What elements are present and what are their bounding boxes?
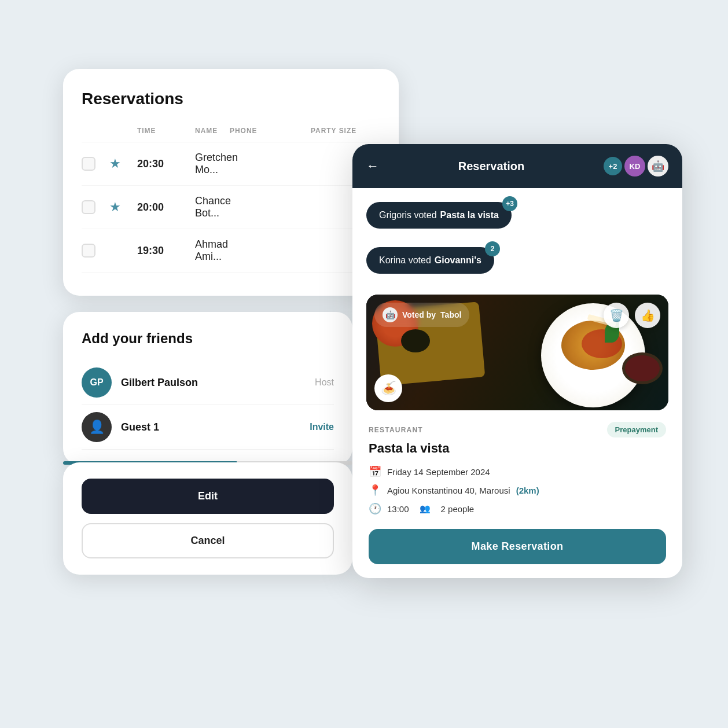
reservation-body: Grigoris voted Pasta la vista +3 Korina …	[352, 188, 682, 578]
row-name: Gretchen Mo...	[195, 152, 238, 176]
voted-by-label: Voted by	[402, 310, 436, 319]
info-rows: 📅 Friday 14 September 2024 📍 Agiou Konst…	[369, 465, 666, 515]
col-name: NAME	[195, 127, 230, 135]
prepayment-badge: Prepayment	[607, 422, 666, 437]
vote-count-badge-1: +3	[502, 196, 517, 211]
star-icon: ★	[109, 156, 137, 171]
trash-button[interactable]: 🗑️	[604, 303, 629, 328]
row-name: Chance Bot...	[195, 195, 231, 219]
bot-icon: 🤖	[383, 307, 398, 322]
restaurant-info: RESTAURANT Prepayment Pasta la vista 📅 F…	[366, 422, 668, 564]
vote-bubble-1: Grigoris voted Pasta la vista +3	[366, 202, 512, 229]
col-party: PARTY SIZE	[311, 127, 380, 135]
friend-role-host: Host	[315, 377, 334, 388]
avatar-kd: KD	[624, 156, 645, 177]
row-checkbox[interactable]	[82, 244, 95, 258]
location-icon: 📍	[369, 484, 381, 497]
friend-name: Gilbert Paulson	[121, 377, 306, 389]
vote-count-badge-2: 2	[485, 241, 500, 256]
restaurant-category: RESTAURANT	[369, 426, 423, 434]
cancel-button[interactable]: Cancel	[82, 523, 334, 558]
vote-bubble-2: Korina voted Giovanni's 2	[366, 247, 494, 274]
address-row: 📍 Agiou Konstantinou 40, Marousi (2km)	[369, 484, 666, 497]
star-icon: ★	[109, 200, 137, 215]
reservation-detail-card: ← Reservation +2 KD 🤖 Grigoris voted Pas…	[352, 144, 682, 578]
row-checkbox[interactable]	[82, 200, 95, 214]
row-checkbox[interactable]	[82, 157, 95, 171]
restaurant-image-card: 🤖 Voted by Tabol 🗑️ 👍 🍝	[366, 295, 668, 410]
calendar-icon: 📅	[369, 465, 381, 478]
col-phone: PHONE	[230, 127, 311, 135]
reservation-header-title: Reservation	[388, 160, 594, 173]
restaurant-label-row: RESTAURANT Prepayment	[369, 422, 666, 437]
reservations-card: Reservations TIME NAME PHONE PARTY SIZE …	[63, 69, 399, 296]
date-row: 📅 Friday 14 September 2024	[369, 465, 666, 478]
header-avatars: +2 KD 🤖	[604, 156, 668, 177]
reservation-header: ← Reservation +2 KD 🤖	[352, 144, 682, 188]
date-value: Friday 14 September 2024	[387, 467, 490, 477]
voted-by-name: Tabol	[440, 310, 461, 319]
time-value: 13:00	[387, 504, 409, 514]
address-value: Agiou Konstantinou 40, Marousi	[387, 486, 510, 495]
action-card: Edit Cancel	[63, 462, 352, 575]
row-name: Ahmad Ami...	[195, 238, 230, 263]
image-action-buttons: 🗑️ 👍	[604, 303, 660, 328]
voted-by-tag: 🤖 Voted by Tabol	[374, 303, 469, 327]
avatar-guest: 👤	[82, 412, 112, 442]
table-row[interactable]: ★ 20:00 Chance Bot...	[82, 186, 380, 229]
avatar-bot: 🤖	[648, 156, 668, 177]
row-time: 20:30	[137, 158, 195, 170]
restaurant-logo: 🍝	[374, 374, 402, 402]
table-row[interactable]: ★ 20:30 Gretchen Mo...	[82, 142, 380, 186]
table-row[interactable]: 19:30 Ahmad Ami...	[82, 229, 380, 273]
restaurant-name: Pasta la vista	[369, 441, 666, 456]
avatar-gp: GP	[82, 367, 112, 398]
col-time: TIME	[137, 127, 195, 135]
plus-count-badge: +2	[604, 157, 622, 175]
back-button[interactable]: ←	[366, 159, 379, 174]
like-button[interactable]: 👍	[635, 303, 660, 328]
row-time: 20:00	[137, 201, 195, 214]
clock-icon: 🕐	[369, 502, 381, 515]
friend-row: GP Gilbert Paulson Host	[82, 361, 334, 405]
distance-value: (2km)	[516, 486, 539, 495]
party-size-value: 2 people	[441, 504, 475, 514]
time-party-row: 🕐 13:00 👥 2 people	[369, 502, 666, 515]
row-time: 19:30	[137, 245, 195, 257]
table-header: TIME NAME PHONE PARTY SIZE	[82, 122, 380, 142]
friend-name: Guest 1	[121, 421, 300, 433]
friend-row: 👤 Guest 1 Invite	[82, 405, 334, 450]
friends-title: Add your friends	[82, 330, 334, 347]
reservations-title: Reservations	[82, 90, 380, 108]
make-reservation-button[interactable]: Make Reservation	[369, 529, 666, 564]
friend-invite-btn[interactable]: Invite	[310, 422, 334, 432]
edit-button[interactable]: Edit	[82, 479, 334, 514]
friends-card: Add your friends GP Gilbert Paulson Host…	[63, 312, 352, 465]
